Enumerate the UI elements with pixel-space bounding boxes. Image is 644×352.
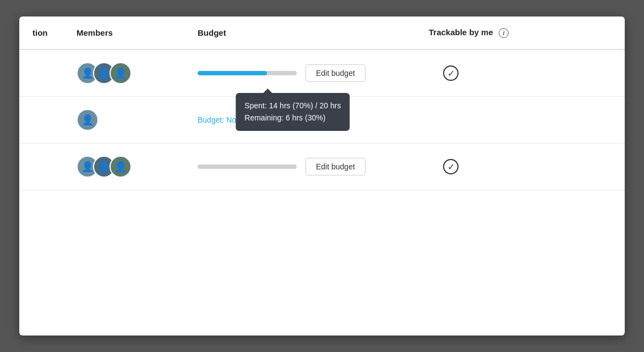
avatar: 👤: [77, 109, 99, 131]
budget-cell: Edit budget: [184, 144, 416, 190]
col-trackable: Trackable by me i: [416, 16, 625, 50]
col-action: tion: [19, 16, 63, 50]
col-members: Members: [63, 16, 184, 50]
trackable-cell: ✓: [416, 50, 625, 97]
members-cell: 👤 👤 👤: [63, 50, 184, 97]
budget-cell: Spent: 14 hrs (70%) / 20 hrs Remaining: …: [184, 50, 416, 97]
trackable-check-icon: ✓: [443, 65, 459, 81]
budget-none-label: Budget: None: [198, 116, 245, 124]
edit-budget-button[interactable]: Edit budget: [305, 64, 365, 82]
avatar: 👤: [110, 156, 132, 178]
budget-cell: Budget: None Edit budget: [184, 97, 416, 144]
edit-budget-button[interactable]: Edit budget: [254, 111, 314, 129]
progress-bar-background: [198, 164, 297, 169]
table-row: 👤 👤 👤 Spent: 14 hr: [19, 50, 625, 97]
table-container: tion Members Budget Trackable by me i: [19, 16, 625, 190]
action-cell: [19, 50, 63, 97]
col-budget: Budget: [184, 16, 416, 50]
table-row: 👤 👤 👤 Edit budget: [19, 144, 625, 190]
progress-wrapper: Spent: 14 hrs (70%) / 20 hrs Remaining: …: [198, 71, 297, 75]
trackable-cell: [416, 97, 625, 144]
trackable-cell: ✓: [416, 144, 625, 190]
projects-table: tion Members Budget Trackable by me i: [19, 16, 625, 190]
members-cell: 👤: [63, 97, 184, 144]
action-cell: [19, 144, 63, 190]
members-cell: 👤 👤 👤: [63, 144, 184, 190]
main-window: tion Members Budget Trackable by me i: [19, 16, 625, 336]
trackable-check-icon: ✓: [443, 159, 459, 174]
action-cell: [19, 97, 63, 144]
progress-bar-background: [198, 71, 297, 75]
progress-bar-fill: [198, 71, 267, 75]
avatar: 👤: [110, 62, 132, 84]
edit-budget-button[interactable]: Edit budget: [305, 158, 365, 175]
table-row: 👤 Budget: None Edit budget: [19, 97, 625, 144]
trackable-info-icon[interactable]: i: [499, 28, 509, 38]
